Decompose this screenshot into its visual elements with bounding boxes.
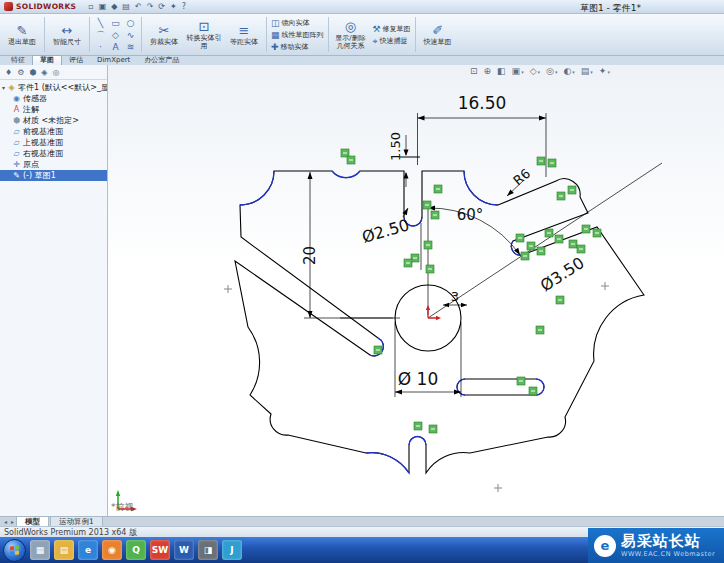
tab-office-products[interactable]: 办公室产品 xyxy=(137,56,186,65)
folder-icon[interactable]: ▤ xyxy=(54,540,74,560)
display-delete-relations-button[interactable]: ◎显示/删除几何关系 xyxy=(331,16,371,53)
apply-scene-icon[interactable]: ▤▾ xyxy=(581,65,593,79)
dimxpert-manager-tab-icon[interactable]: ◈ xyxy=(41,68,47,77)
tree-item-sensors[interactable]: ◉传感器 xyxy=(0,93,107,104)
expand-arrow-icon[interactable]: ▾ xyxy=(2,84,5,91)
view-orientation-icon[interactable]: ▣▾ xyxy=(512,65,524,79)
model-tab-0[interactable]: 模型 xyxy=(16,516,49,526)
smart-dimension-button[interactable]: ↔智能尺寸 xyxy=(47,16,87,53)
move-entities-icon: ✚ xyxy=(271,42,279,52)
options-icon[interactable]: ✦ xyxy=(169,1,178,13)
sketch-canvas[interactable]: 16.50 1.50 R6 60° Ø2.50 20 3 Ø3.50 Ø 10 xyxy=(108,65,724,516)
section-view-icon[interactable]: ◧ xyxy=(497,65,506,78)
new-file-icon[interactable]: ▫ xyxy=(87,1,94,13)
tree-item-front-plane[interactable]: ▱前视基准面 xyxy=(0,126,107,137)
button-label: 退出草图 xyxy=(4,38,40,46)
move-entities-button[interactable]: ✚移动实体 xyxy=(271,42,324,52)
part-outline[interactable] xyxy=(235,171,644,473)
right-plane-icon: ▱ xyxy=(12,149,21,158)
solidworks-icon[interactable]: SW xyxy=(150,540,170,560)
dim-offset[interactable]: 3 xyxy=(451,289,459,304)
redo-icon[interactable]: ↷ xyxy=(146,1,155,13)
tab-evaluate[interactable]: 评估 xyxy=(62,56,90,65)
sketch-entity-icon[interactable]: ⌒ xyxy=(93,29,108,41)
tab-scroll-right-icon[interactable]: ▸ xyxy=(9,517,16,526)
rapid-sketch-button[interactable]: ✐快速草图 xyxy=(418,16,458,53)
button-label: 修复草图 xyxy=(383,24,411,34)
tree-item-root[interactable]: ▾◈零件1 (默认<<默认>_显示状态 xyxy=(0,82,107,93)
sketch-entity-icon[interactable]: ▭ xyxy=(108,17,123,29)
dim-width-top[interactable]: 16.50 xyxy=(458,93,507,113)
app-window-icon[interactable]: ▦ xyxy=(30,540,50,560)
tree-item-sketch1[interactable]: ✎(-) 草图1 xyxy=(0,170,107,181)
word-icon[interactable]: W xyxy=(174,540,194,560)
tab-sketch[interactable]: 草图 xyxy=(32,55,62,65)
zoom-fit-icon[interactable]: ⊡ xyxy=(470,65,478,78)
dim-slot-dia[interactable]: Ø2.50 xyxy=(360,215,412,247)
tree-item-top-plane[interactable]: ▱上视基准面 xyxy=(0,137,107,148)
exit-sketch-button[interactable]: ✎退出草图 xyxy=(2,16,42,53)
sketch-entity-icon[interactable]: ∿ xyxy=(123,29,138,41)
save-file-icon[interactable]: ◆ xyxy=(110,1,118,13)
dim-fillet-radius[interactable]: R6 xyxy=(510,166,533,189)
start-button[interactable] xyxy=(3,539,26,562)
dropdown-arrow-icon: ▾ xyxy=(607,69,610,75)
view-settings-icon[interactable]: ✦▾ xyxy=(599,65,610,79)
hide-show-items-icon[interactable]: ◎▾ xyxy=(546,65,557,79)
edit-appearance-icon[interactable]: ◐▾ xyxy=(563,65,574,79)
linear-sketch-pattern-button[interactable]: ▦线性草图阵列 xyxy=(271,30,324,40)
dim-notch-height[interactable]: 1.50 xyxy=(388,132,403,161)
mirror-entities-button[interactable]: ◫镜向实体 xyxy=(271,18,324,28)
sketch-entity-icon[interactable]: ◇ xyxy=(108,29,123,41)
tab-scroll-left-icon[interactable]: ◂ xyxy=(2,517,9,526)
dim-bore-dia[interactable]: Ø 10 xyxy=(398,369,438,389)
watermark-title: 易采站长站 xyxy=(621,533,715,550)
zoom-area-icon[interactable]: ⊕ xyxy=(484,65,492,78)
dimension-arrows xyxy=(308,116,547,395)
app-teal-icon[interactable]: J xyxy=(222,540,242,560)
solidworks-logo-icon xyxy=(4,2,13,11)
configurations-tab-icon[interactable]: ⬢ xyxy=(29,68,36,77)
tree-item-label: 原点 xyxy=(23,159,39,170)
tree-item-right-plane[interactable]: ▱右视基准面 xyxy=(0,148,107,159)
propertymanager-tab-icon[interactable]: ⚙ xyxy=(17,68,24,77)
display-style-icon[interactable]: ◇▾ xyxy=(530,65,540,79)
convert-entities-button[interactable]: ⊡转换实体引用 xyxy=(184,16,224,53)
tree-item-annotations[interactable]: A注解 xyxy=(0,104,107,115)
quick-snaps-button[interactable]: ⌖快速捕捉 xyxy=(373,36,411,46)
internet-explorer-icon[interactable]: e xyxy=(78,540,98,560)
sketch-entity-icon[interactable]: ○ xyxy=(123,17,138,29)
model-tab-1[interactable]: 运动算例1 xyxy=(50,516,103,526)
dim-angle[interactable]: 60° xyxy=(457,206,484,224)
dim-slot-dia2[interactable]: Ø3.50 xyxy=(537,253,588,295)
tree-item-material[interactable]: ⬢材质 <未指定> xyxy=(0,115,107,126)
sketch-entity-icon[interactable]: ≋ xyxy=(123,41,138,53)
media-player-icon[interactable]: ◉ xyxy=(102,540,122,560)
rebuild-icon[interactable]: ⟳ xyxy=(157,1,166,13)
trim-entities-button[interactable]: ✂剪裁实体 xyxy=(144,16,184,53)
help-icon[interactable]: ? xyxy=(181,1,187,13)
sketch-entity-icon[interactable]: · xyxy=(93,41,108,53)
featuremanager-tab-icon[interactable]: ♦ xyxy=(5,68,12,77)
selected-arcs[interactable] xyxy=(240,171,544,473)
ribbon-separator xyxy=(328,17,329,52)
origin-marker[interactable] xyxy=(426,305,441,320)
offset-entities-button[interactable]: ≡等距实体 xyxy=(224,16,264,53)
feature-tree: ▾◈零件1 (默认<<默认>_显示状态◉传感器A注解⬢材质 <未指定>▱前视基准… xyxy=(0,80,107,183)
repair-sketch-button[interactable]: ⚒修复草图 xyxy=(373,24,411,34)
tab-features[interactable]: 特征 xyxy=(4,56,32,65)
graphics-area[interactable]: 16.50 1.50 R6 60° Ø2.50 20 3 Ø3.50 Ø 10 … xyxy=(108,65,724,516)
print-icon[interactable]: ▤ xyxy=(121,1,131,13)
sketch-entity-grid: ╲▭○⌒◇∿·A≋ xyxy=(92,15,139,54)
app-gray-icon[interactable]: ◨ xyxy=(198,540,218,560)
sketch-entity-icon[interactable]: A xyxy=(108,41,123,53)
undo-icon[interactable]: ↶ xyxy=(134,1,143,13)
dim-height-left[interactable]: 20 xyxy=(301,246,319,265)
front-plane-icon: ▱ xyxy=(12,127,21,136)
display-manager-tab-icon[interactable]: ◎ xyxy=(52,68,59,77)
open-file-icon[interactable]: ▣ xyxy=(98,1,108,13)
tree-item-origin[interactable]: ✛原点 xyxy=(0,159,107,170)
sketch-entity-icon[interactable]: ╲ xyxy=(93,17,108,29)
qq-icon[interactable]: Q xyxy=(126,540,146,560)
tab-dimxpert[interactable]: DimXpert xyxy=(90,56,137,65)
